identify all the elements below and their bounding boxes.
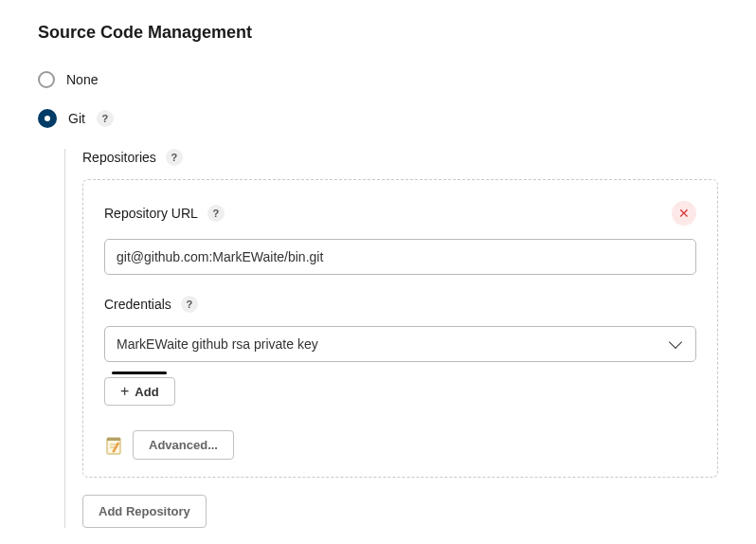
credentials-label: Credentials xyxy=(104,297,171,312)
radio-git[interactable] xyxy=(38,109,57,128)
scm-option-git[interactable]: Git ? xyxy=(38,109,718,128)
help-icon[interactable]: ? xyxy=(97,110,114,127)
advanced-button[interactable]: Advanced... xyxy=(133,430,234,460)
repo-url-label-row: Repository URL ? xyxy=(104,205,225,222)
repositories-label-row: Repositories ? xyxy=(82,149,718,166)
help-icon[interactable]: ? xyxy=(207,205,225,222)
git-subsection: Repositories ? Repository URL ? ✕ Creden… xyxy=(64,149,718,528)
scm-none-label: None xyxy=(66,72,98,87)
credentials-value: MarkEWaite github rsa private key xyxy=(117,336,318,352)
credentials-select-wrap: MarkEWaite github rsa private key xyxy=(104,326,696,362)
help-icon[interactable]: ? xyxy=(166,149,183,166)
repo-url-header: Repository URL ? ✕ xyxy=(104,201,696,226)
repository-box: Repository URL ? ✕ Credentials ? MarkEWa… xyxy=(82,179,718,478)
repo-url-input[interactable] xyxy=(104,239,696,275)
repositories-label: Repositories xyxy=(82,150,156,165)
advanced-row: Advanced... xyxy=(104,430,696,460)
add-repository-button[interactable]: Add Repository xyxy=(82,495,207,528)
chevron-down-icon xyxy=(669,335,682,349)
page-title: Source Code Management xyxy=(38,23,718,43)
add-credentials-wrap: + Add xyxy=(104,377,175,406)
repo-url-label: Repository URL xyxy=(104,206,198,221)
radio-git-inner xyxy=(45,116,50,121)
help-icon[interactable]: ? xyxy=(181,296,198,313)
radio-none[interactable] xyxy=(38,71,55,88)
scm-option-none[interactable]: None xyxy=(38,71,718,88)
add-credentials-button[interactable]: + Add xyxy=(104,377,175,406)
credentials-select[interactable]: MarkEWaite github rsa private key xyxy=(104,326,696,362)
close-icon: ✕ xyxy=(678,206,690,221)
plus-icon: + xyxy=(120,384,129,399)
svg-rect-1 xyxy=(107,438,120,441)
scm-git-label: Git xyxy=(68,111,85,126)
add-label: Add xyxy=(135,385,158,399)
notepad-icon xyxy=(104,435,123,456)
remove-repo-button[interactable]: ✕ xyxy=(672,201,696,226)
credentials-label-row: Credentials ? xyxy=(104,296,696,313)
